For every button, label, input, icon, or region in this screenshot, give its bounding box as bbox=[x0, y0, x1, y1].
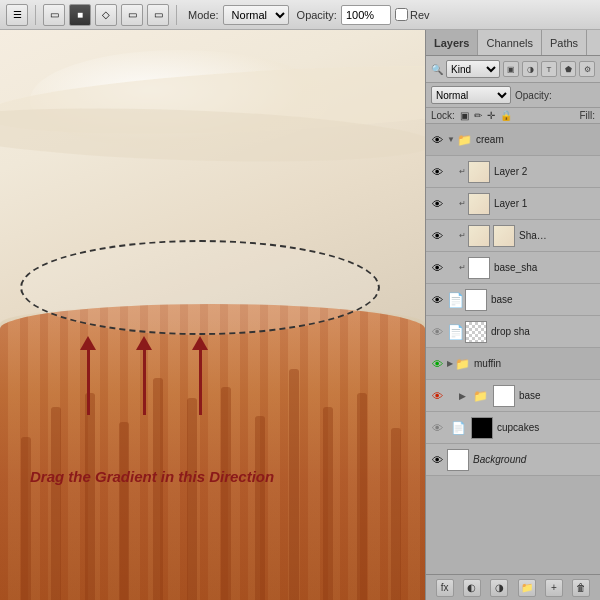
eye-cream-group[interactable]: 👁 bbox=[429, 132, 445, 148]
selection-oval bbox=[20, 240, 380, 335]
filter-shape-icon[interactable]: ⬟ bbox=[560, 61, 576, 77]
tool-rect3-icon[interactable]: ▭ bbox=[147, 4, 169, 26]
layer-name-layer2: Layer 2 bbox=[494, 166, 597, 177]
expand-muffin-base-icon[interactable]: ▶ bbox=[459, 391, 466, 401]
expand-muffin-icon[interactable]: ▶ bbox=[447, 359, 453, 368]
toolbar: ☰ ▭ ■ ◇ ▭ ▭ Mode: Normal Opacity: Rev bbox=[0, 0, 600, 30]
opacity-input[interactable] bbox=[341, 5, 391, 25]
eye-background[interactable]: 👁 bbox=[429, 452, 445, 468]
stripe-11 bbox=[357, 393, 367, 600]
link-layer2: ↵ bbox=[459, 167, 466, 176]
separator-1 bbox=[35, 5, 36, 25]
layer-name-muffin-base: base bbox=[519, 390, 597, 401]
arrow-3-shaft bbox=[199, 350, 202, 415]
rev-checkbox[interactable] bbox=[395, 8, 408, 21]
stripe-6 bbox=[187, 398, 197, 600]
stripe-3 bbox=[85, 393, 95, 600]
eye-sha[interactable]: 👁 bbox=[429, 228, 445, 244]
lock-brush-icon[interactable]: ✏ bbox=[474, 110, 482, 121]
tool-rect-icon[interactable]: ▭ bbox=[43, 4, 65, 26]
panel-bottom-buttons: fx ◐ ◑ 📁 + 🗑 bbox=[426, 574, 600, 600]
layer-row-background[interactable]: 👁 Background bbox=[426, 444, 600, 476]
thumb-cupcakes-folder: 📄 bbox=[447, 417, 469, 439]
filter-smart-icon[interactable]: ⚙ bbox=[579, 61, 595, 77]
lock-transparent-icon[interactable]: ▣ bbox=[460, 110, 469, 121]
layer-row-drop-sha[interactable]: 👁 📄 drop sha bbox=[426, 316, 600, 348]
new-layer-button[interactable]: + bbox=[545, 579, 563, 597]
eye-drop-sha[interactable]: 👁 bbox=[429, 324, 445, 340]
arrow-2-shaft bbox=[143, 350, 146, 415]
eye-base-sha[interactable]: 👁 bbox=[429, 260, 445, 276]
layer-name-muffin: muffin bbox=[474, 358, 597, 369]
arrows-container bbox=[80, 336, 208, 415]
fx-button[interactable]: fx bbox=[436, 579, 454, 597]
filter-text-icon[interactable]: T bbox=[541, 61, 557, 77]
stripe-9 bbox=[289, 369, 299, 600]
app-menu-icon[interactable]: ☰ bbox=[6, 4, 28, 26]
mask-button[interactable]: ◐ bbox=[463, 579, 481, 597]
kind-select[interactable]: Kind bbox=[446, 60, 500, 78]
blend-mode-select[interactable]: Normal bbox=[431, 86, 511, 104]
tab-layers[interactable]: Layers bbox=[426, 30, 478, 55]
muffin-base bbox=[0, 304, 425, 600]
layer-row-base-sha[interactable]: 👁 ↵ base_sha bbox=[426, 252, 600, 284]
eye-layer2[interactable]: 👁 bbox=[429, 164, 445, 180]
lock-row: Lock: ▣ ✏ ✛ 🔒 Fill: bbox=[426, 108, 600, 124]
canvas-background: Drag the Gradient in this Direction bbox=[0, 30, 425, 600]
layer-name-cupcakes: cupcakes bbox=[497, 422, 597, 433]
filter-pixel-icon[interactable]: ▣ bbox=[503, 61, 519, 77]
opacity-label: Opacity: bbox=[515, 90, 552, 101]
layer-row-muffin-group[interactable]: 👁 ▶ 📁 muffin bbox=[426, 348, 600, 380]
stripe-1 bbox=[21, 437, 31, 600]
thumb-base-folder: 📄 bbox=[447, 289, 463, 311]
layer-row-layer2[interactable]: 👁 ↵ Layer 2 bbox=[426, 156, 600, 188]
layer-name-cream: cream bbox=[476, 134, 597, 145]
tab-paths[interactable]: Paths bbox=[542, 30, 587, 55]
tool-overlay-icon[interactable]: ■ bbox=[69, 4, 91, 26]
eye-layer1[interactable]: 👁 bbox=[429, 196, 445, 212]
link-layer1: ↵ bbox=[459, 199, 466, 208]
stripe-2 bbox=[51, 407, 61, 600]
delete-layer-button[interactable]: 🗑 bbox=[572, 579, 590, 597]
separator-2 bbox=[176, 5, 177, 25]
canvas-area[interactable]: Drag the Gradient in this Direction bbox=[0, 30, 425, 600]
layer-row-layer1[interactable]: 👁 ↵ Layer 1 bbox=[426, 188, 600, 220]
filter-adj-icon[interactable]: ◑ bbox=[522, 61, 538, 77]
panel-tabs: Layers Channels Paths bbox=[426, 30, 600, 56]
thumb-layer1 bbox=[468, 193, 490, 215]
layer-row-base[interactable]: 👁 📄 base bbox=[426, 284, 600, 316]
layer-row-cupcakes[interactable]: 👁 📄 cupcakes bbox=[426, 412, 600, 444]
thumb-muffin-base bbox=[493, 385, 515, 407]
eye-base[interactable]: 👁 bbox=[429, 292, 445, 308]
layer-row-sha[interactable]: 👁 ↵ Sha… bbox=[426, 220, 600, 252]
mode-select[interactable]: Normal bbox=[223, 5, 289, 25]
layer-row-muffin-base[interactable]: 👁 ▶ 📁 base bbox=[426, 380, 600, 412]
link-sha: ↵ bbox=[459, 231, 466, 240]
expand-cream-icon[interactable]: ▼ bbox=[447, 135, 455, 144]
eye-cupcakes[interactable]: 👁 bbox=[429, 420, 445, 436]
layer-name-sha: Sha… bbox=[519, 230, 597, 241]
layer-row-cream-group[interactable]: 👁 ▼ 📁 cream bbox=[426, 124, 600, 156]
stripe-12 bbox=[391, 428, 401, 600]
tool-poly-icon[interactable]: ◇ bbox=[95, 4, 117, 26]
rev-label: Rev bbox=[410, 9, 430, 21]
lock-all-icon[interactable]: 🔒 bbox=[500, 110, 512, 121]
link-base-sha: ↵ bbox=[459, 263, 466, 272]
rev-checkbox-label[interactable]: Rev bbox=[395, 8, 430, 21]
search-icon: 🔍 bbox=[431, 64, 443, 75]
opacity-label: Opacity: bbox=[297, 9, 337, 21]
lock-move-icon[interactable]: ✛ bbox=[487, 110, 495, 121]
fill-label: Fill: bbox=[579, 110, 595, 121]
eye-muffin-base[interactable]: 👁 bbox=[429, 388, 445, 404]
tool-rect2-icon[interactable]: ▭ bbox=[121, 4, 143, 26]
layer-name-drop-sha: drop sha bbox=[491, 326, 597, 337]
arrow-1-head bbox=[80, 336, 96, 350]
arrow-3 bbox=[192, 336, 208, 415]
panel-search-bar: 🔍 Kind ▣ ◑ T ⬟ ⚙ bbox=[426, 56, 600, 83]
adjustment-button[interactable]: ◑ bbox=[490, 579, 508, 597]
arrow-1-shaft bbox=[87, 350, 90, 415]
eye-muffin-group[interactable]: 👁 bbox=[429, 356, 445, 372]
tab-channels[interactable]: Channels bbox=[478, 30, 541, 55]
group-button[interactable]: 📁 bbox=[518, 579, 536, 597]
thumb-base bbox=[465, 289, 487, 311]
